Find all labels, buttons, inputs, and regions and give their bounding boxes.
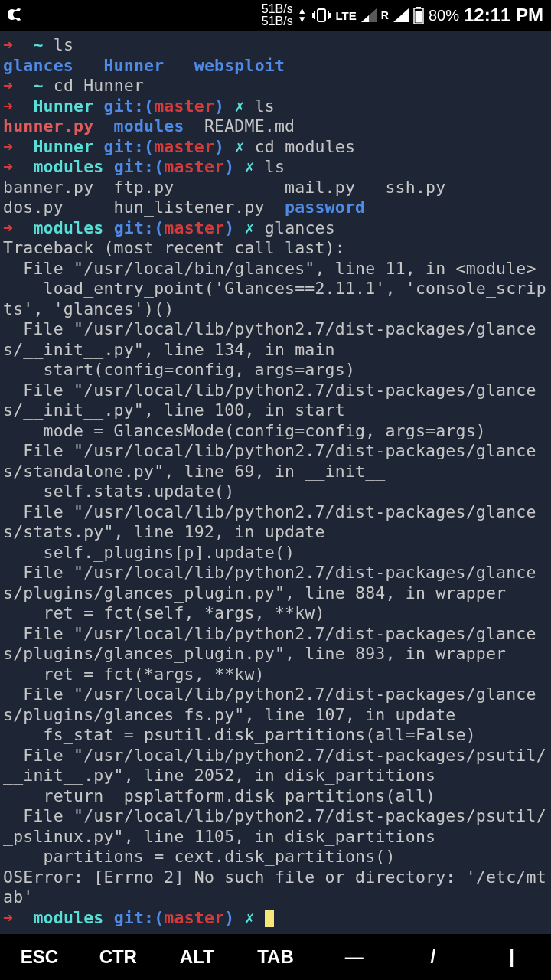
- clock: 12:11 PM: [464, 5, 543, 26]
- prompt-arrow: ➜: [3, 35, 13, 54]
- battery-icon: [413, 7, 424, 24]
- cursor[interactable]: [265, 910, 274, 927]
- file-list-row: dos.py hun_listener.py: [3, 198, 285, 217]
- svg-rect-3: [415, 11, 422, 23]
- key-alt[interactable]: ALT: [158, 946, 236, 968]
- key-slash[interactable]: /: [393, 946, 472, 968]
- network-speed: 51B/s 51B/s: [262, 3, 293, 28]
- dir-glances: glances: [3, 56, 73, 75]
- lte-label: LTE: [336, 9, 357, 22]
- key-ctr[interactable]: CTR: [79, 946, 158, 968]
- speed-arrows-icon: ▲▼: [298, 7, 307, 24]
- key-dash[interactable]: —: [315, 946, 393, 968]
- signal-icon-1: [361, 8, 377, 22]
- dir-password: password: [285, 198, 365, 217]
- file-list-row: banner.py ftp.py mail.py ssh.py: [3, 178, 445, 197]
- key-tab[interactable]: TAB: [236, 946, 315, 968]
- dir-websploit: websploit: [194, 56, 285, 75]
- dir-hunner: Hunner: [103, 56, 164, 75]
- android-statusbar: 51B/s 51B/s ▲▼ LTE R 80% 12:11 PM: [0, 0, 551, 31]
- svg-rect-0: [318, 9, 325, 21]
- voice-icon: [8, 7, 29, 24]
- roaming-label: R: [381, 9, 389, 21]
- traceback: Traceback (most recent call last): File …: [3, 238, 546, 906]
- battery-percent: 80%: [429, 7, 459, 24]
- dir-modules: modules: [114, 116, 184, 136]
- terminal-output[interactable]: ➜ ~ ls glances Hunner websploit ➜ ~ cd H…: [0, 31, 551, 934]
- file-readme: README.md: [204, 116, 295, 136]
- signal-icon-2: [393, 8, 409, 22]
- key-pipe[interactable]: |: [472, 946, 551, 968]
- extra-key-row: ESC CTR ALT TAB — / |: [0, 934, 551, 980]
- key-esc[interactable]: ESC: [0, 946, 79, 968]
- vibrate-icon: [311, 8, 331, 23]
- file-hunner-py: hunner.py: [3, 116, 93, 136]
